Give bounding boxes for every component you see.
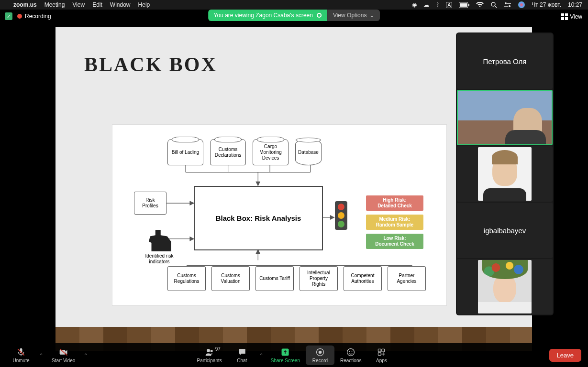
source-database: Database bbox=[295, 139, 322, 165]
start-video-button[interactable]: Start Video bbox=[47, 345, 80, 365]
share-label: Share Screen bbox=[271, 358, 300, 363]
record-button[interactable]: Record bbox=[306, 345, 334, 365]
participant-tile-1[interactable]: Петрова Оля bbox=[457, 33, 553, 89]
input-icon[interactable]: A bbox=[446, 2, 452, 8]
chat-button[interactable]: Chat bbox=[228, 345, 256, 365]
shared-screen-area: BLACK BOX bbox=[8, 10, 532, 345]
audio-caret[interactable]: ⌃ bbox=[37, 351, 45, 360]
share-icon bbox=[280, 347, 290, 357]
mic-muted-icon bbox=[16, 347, 26, 357]
risk-profiles-stack: Risk Profiles bbox=[134, 192, 166, 215]
view-layout-button[interactable]: View bbox=[561, 13, 582, 20]
participant-video bbox=[458, 91, 552, 144]
svg-rect-2 bbox=[460, 3, 467, 7]
ref-customs-regulations: Customs Regulations bbox=[167, 266, 206, 291]
lamp-red bbox=[338, 204, 344, 210]
svg-rect-36 bbox=[59, 350, 65, 355]
black-box-center: Black Box: Risk Analysis bbox=[194, 186, 323, 250]
chat-label: Chat bbox=[237, 358, 247, 363]
officer-label: Identified risk indicators bbox=[145, 253, 174, 265]
lamp-green bbox=[338, 221, 344, 227]
ref-customs-tariff: Customs Tariff bbox=[255, 266, 294, 291]
svg-point-44 bbox=[349, 351, 350, 352]
menu-edit[interactable]: Edit bbox=[92, 1, 102, 8]
participant-tile-4[interactable]: igbalbabayev bbox=[457, 203, 553, 258]
participants-icon: 97 bbox=[205, 347, 214, 357]
zoom-toolbar: Unmute ⌃ Start Video ⌃ 97 Participants C… bbox=[0, 343, 588, 367]
screenshare-status: You are viewing Zagon Csaba's screen bbox=[208, 10, 327, 21]
svg-rect-11 bbox=[561, 17, 564, 20]
ref-ip-rights: Intellectual Property Rights bbox=[300, 266, 338, 291]
app-name[interactable]: zoom.us bbox=[13, 1, 37, 8]
tray-icon-cloud[interactable]: ☁ bbox=[423, 1, 429, 8]
svg-point-7 bbox=[509, 5, 510, 7]
svg-point-42 bbox=[319, 350, 322, 354]
recording-indicator[interactable]: Recording bbox=[17, 13, 51, 20]
source-bill-of-lading: Bill of Lading bbox=[167, 139, 203, 165]
control-center-icon[interactable] bbox=[504, 2, 511, 8]
svg-rect-1 bbox=[468, 4, 469, 6]
risk-officer: Identified risk indicators bbox=[140, 230, 178, 265]
menu-window[interactable]: Window bbox=[110, 1, 131, 8]
svg-point-5 bbox=[505, 2, 507, 4]
participant-tile-5[interactable] bbox=[457, 259, 553, 314]
battery-icon[interactable] bbox=[459, 2, 469, 8]
bluetooth-icon[interactable]: ᛒ bbox=[436, 1, 439, 8]
svg-line-4 bbox=[495, 6, 497, 8]
menubar-time[interactable]: 10:27 bbox=[568, 1, 582, 8]
ref-customs-valuation: Customs Valuation bbox=[211, 266, 250, 291]
lamp-yellow bbox=[338, 212, 344, 219]
chat-caret[interactable]: ⌃ bbox=[257, 351, 265, 360]
video-caret[interactable]: ⌃ bbox=[82, 351, 89, 360]
svg-rect-12 bbox=[565, 17, 568, 20]
svg-point-3 bbox=[491, 2, 495, 6]
svg-marker-19 bbox=[256, 182, 260, 185]
menu-meeting[interactable]: Meeting bbox=[44, 1, 65, 8]
risk-med-box: Medium Risk: Random Sample bbox=[366, 215, 423, 230]
participant-tile-3[interactable] bbox=[457, 146, 553, 202]
screenshare-dot-icon bbox=[317, 13, 322, 18]
apps-button[interactable]: Apps bbox=[367, 345, 396, 365]
chat-icon bbox=[237, 347, 247, 357]
svg-point-43 bbox=[347, 348, 355, 356]
svg-point-39 bbox=[210, 350, 212, 352]
svg-marker-25 bbox=[330, 216, 334, 219]
source-cargo-monitoring: Cargo Monitoring Devices bbox=[253, 139, 288, 165]
wifi-icon[interactable] bbox=[476, 2, 484, 8]
ref-partner-agencies: Partner Agencies bbox=[388, 266, 426, 291]
chevron-down-icon: ⌄ bbox=[369, 12, 374, 19]
participant-tile-2-speaker[interactable] bbox=[457, 90, 553, 145]
participants-button[interactable]: 97 Participants bbox=[192, 345, 227, 365]
unmute-button[interactable]: Unmute bbox=[7, 345, 35, 365]
risk-high-box: High Risk: Detailed Check bbox=[366, 195, 423, 211]
reactions-button[interactable]: Reactions bbox=[335, 345, 366, 365]
siri-icon[interactable] bbox=[518, 1, 525, 8]
spotlight-icon[interactable] bbox=[490, 1, 497, 8]
menu-view[interactable]: View bbox=[72, 1, 85, 8]
traffic-light-icon bbox=[335, 201, 347, 230]
video-off-icon bbox=[59, 347, 68, 357]
apps-icon bbox=[377, 347, 386, 357]
leave-button[interactable]: Leave bbox=[549, 349, 581, 362]
start-video-label: Start Video bbox=[52, 358, 75, 363]
menu-help[interactable]: Help bbox=[138, 1, 150, 8]
tray-icon-circle[interactable]: ◉ bbox=[412, 1, 417, 8]
share-screen-button[interactable]: Share Screen bbox=[266, 345, 305, 365]
view-options-label: View Options bbox=[333, 12, 366, 19]
participant-name: Петрова Оля bbox=[483, 57, 527, 65]
svg-rect-47 bbox=[382, 349, 385, 352]
menubar-date[interactable]: Чт 27 жовт. bbox=[532, 1, 561, 8]
participant-avatar bbox=[478, 147, 532, 201]
officer-icon bbox=[146, 230, 173, 251]
svg-marker-21 bbox=[190, 201, 194, 205]
svg-rect-9 bbox=[561, 13, 564, 16]
record-icon bbox=[315, 347, 325, 357]
record-label: Record bbox=[312, 358, 328, 363]
view-options-button[interactable]: View Options ⌄ bbox=[327, 10, 380, 21]
svg-point-45 bbox=[352, 351, 353, 352]
source-customs-declarations: Customs Declarations bbox=[210, 139, 246, 165]
recording-dot-icon bbox=[17, 14, 22, 19]
encryption-shield-icon[interactable]: ✓ bbox=[5, 12, 12, 20]
screenshare-banner: You are viewing Zagon Csaba's screen Vie… bbox=[208, 10, 380, 21]
slide-title: BLACK BOX bbox=[84, 53, 518, 76]
